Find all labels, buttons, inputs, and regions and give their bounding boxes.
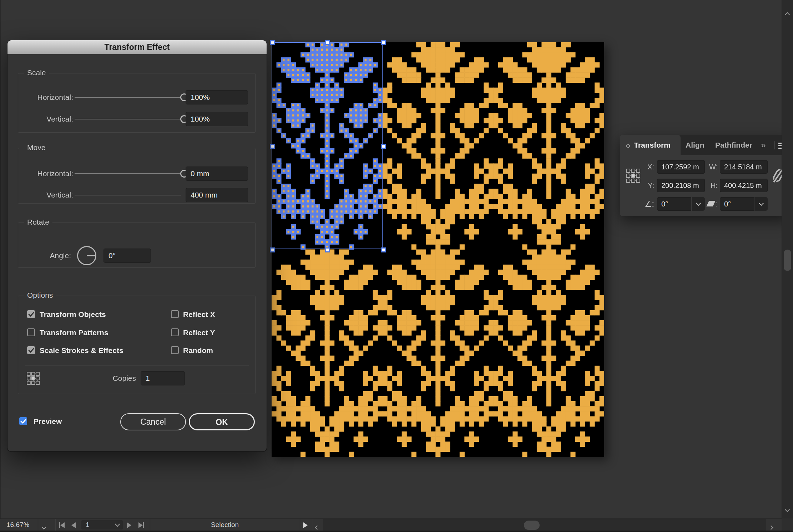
scale-strokes-effects-checkbox[interactable] xyxy=(27,346,35,354)
scroll-left-icon[interactable] xyxy=(315,523,319,531)
tab-transform[interactable]: ◇Transform xyxy=(620,135,681,155)
zoom-dropdown-chevron-icon[interactable] xyxy=(42,523,46,531)
status-bar: 16.67% 1 Selection xyxy=(0,518,782,531)
options-legend: Options xyxy=(24,291,56,300)
options-group: Options Transform Objects Transform Patt… xyxy=(18,296,256,394)
scale-legend: Scale xyxy=(24,68,49,77)
rotate-angle-label: Angle: xyxy=(22,249,71,263)
horizontal-scrollbar[interactable] xyxy=(323,519,766,531)
move-horizontal-slider[interactable] xyxy=(75,173,181,174)
random-checkbox[interactable] xyxy=(171,346,179,354)
rotate-legend: Rotate xyxy=(24,218,52,226)
application-window: Transform Effect Scale Horizontal: 100% … xyxy=(0,0,793,532)
previous-artboard-icon[interactable] xyxy=(71,522,76,530)
artboard-number-field[interactable]: 1 xyxy=(81,520,123,530)
scroll-right-icon[interactable] xyxy=(769,523,773,531)
horizontal-scrollbar-thumb[interactable] xyxy=(524,521,540,530)
move-vertical-input[interactable]: 400 mm xyxy=(186,188,248,202)
transform-panel: ◇Transform Align Pathfinder » X: 107.259… xyxy=(620,135,789,216)
transform-objects-label: Transform Objects xyxy=(40,310,106,319)
move-group: Move Horizontal: 0 mm Vertical: 400 mm xyxy=(18,148,256,204)
w-label: W: xyxy=(706,160,718,174)
move-legend: Move xyxy=(24,143,49,152)
shear-icon: : xyxy=(703,197,718,211)
move-vertical-label: Vertical: xyxy=(22,188,73,202)
shear-input[interactable]: 0° xyxy=(720,197,754,211)
transform-patterns-checkbox[interactable] xyxy=(27,328,35,336)
scale-vertical-label: Vertical: xyxy=(22,112,73,126)
next-artboard-icon[interactable] xyxy=(127,522,131,530)
reflect-y-checkbox[interactable] xyxy=(171,328,179,336)
first-artboard-icon[interactable] xyxy=(59,522,65,530)
copies-input[interactable]: 1 xyxy=(141,371,185,385)
tab-pathfinder[interactable]: Pathfinder xyxy=(715,135,752,155)
scrollbar-corner xyxy=(782,518,793,532)
h-label: H: xyxy=(706,179,718,192)
last-artboard-icon[interactable] xyxy=(138,522,144,530)
reflect-y-label: Reflect Y xyxy=(183,328,215,337)
vertical-scrollbar[interactable] xyxy=(782,0,793,518)
shear-dropdown-chevron-icon[interactable] xyxy=(754,197,768,211)
transform-patterns-label: Transform Patterns xyxy=(40,328,108,337)
artboard[interactable] xyxy=(272,42,604,457)
reflect-x-checkbox[interactable] xyxy=(171,310,179,318)
panel-reference-point-proxy-icon[interactable] xyxy=(626,169,640,183)
rotate-angle-input[interactable]: 0° xyxy=(103,249,151,263)
copies-label: Copies xyxy=(72,371,136,385)
zoom-level-field[interactable]: 16.67% xyxy=(6,519,29,531)
scale-strokes-effects-label: Scale Strokes & Effects xyxy=(40,346,123,355)
panel-tab-strip: ◇Transform Align Pathfinder » xyxy=(620,135,789,155)
panel-cycle-diamond-icon: ◇ xyxy=(626,142,630,149)
status-bar-menu-icon[interactable] xyxy=(303,522,308,530)
transform-objects-checkbox[interactable] xyxy=(27,310,35,318)
options-divider xyxy=(25,365,249,365)
x-label: X: xyxy=(642,160,654,174)
move-vertical-slider[interactable] xyxy=(75,195,181,195)
vertical-scrollbar-thumb[interactable] xyxy=(784,250,791,271)
rotation-input[interactable]: 0° xyxy=(657,197,691,211)
move-horizontal-label: Horizontal: xyxy=(22,167,73,181)
random-label: Random xyxy=(183,346,213,355)
h-input[interactable]: 400.4215 m xyxy=(720,179,768,192)
reference-point-proxy-icon[interactable] xyxy=(27,372,40,385)
cancel-button[interactable]: Cancel xyxy=(120,413,186,430)
dialog-title[interactable]: Transform Effect xyxy=(7,40,267,54)
scroll-down-icon[interactable] xyxy=(785,507,790,512)
rotate-dial[interactable] xyxy=(77,246,96,265)
reflect-x-label: Reflect X xyxy=(183,310,215,319)
panel-expand-icon[interactable]: » xyxy=(761,135,766,155)
tab-align[interactable]: Align xyxy=(686,135,704,155)
move-horizontal-input[interactable]: 0 mm xyxy=(186,167,248,181)
window-bottom-edge xyxy=(0,531,793,532)
w-input[interactable]: 214.5184 m xyxy=(720,160,768,174)
rotation-dropdown-chevron-icon[interactable] xyxy=(691,197,705,211)
ok-button[interactable]: OK xyxy=(189,413,255,430)
scale-vertical-slider[interactable] xyxy=(75,119,181,119)
scale-horizontal-input[interactable]: 100% xyxy=(186,90,248,104)
scale-vertical-input[interactable]: 100% xyxy=(186,112,248,126)
panel-body: X: 107.2592 m W: 214.5184 m Y: 200.2108 … xyxy=(620,155,789,216)
pattern-artwork-canvas[interactable] xyxy=(272,42,604,457)
window-left-edge xyxy=(0,0,1,532)
scale-group: Scale Horizontal: 100% Vertical: 100% xyxy=(18,73,256,133)
transform-effect-dialog: Transform Effect Scale Horizontal: 100% … xyxy=(7,40,267,451)
current-tool-status: Selection xyxy=(150,519,300,531)
rotate-group: Rotate Angle: 0° xyxy=(18,222,256,268)
preview-checkbox[interactable] xyxy=(19,417,27,425)
y-label: Y: xyxy=(642,179,654,192)
preview-label: Preview xyxy=(34,417,62,426)
rotation-angle-icon: ∠: xyxy=(638,197,654,211)
x-input[interactable]: 107.2592 m xyxy=(657,160,705,174)
panel-tab-divider xyxy=(774,141,774,149)
y-input[interactable]: 200.2108 m xyxy=(657,179,705,192)
scale-horizontal-label: Horizontal: xyxy=(22,90,73,104)
scroll-up-icon[interactable] xyxy=(785,12,790,17)
scale-horizontal-slider[interactable] xyxy=(75,97,181,98)
